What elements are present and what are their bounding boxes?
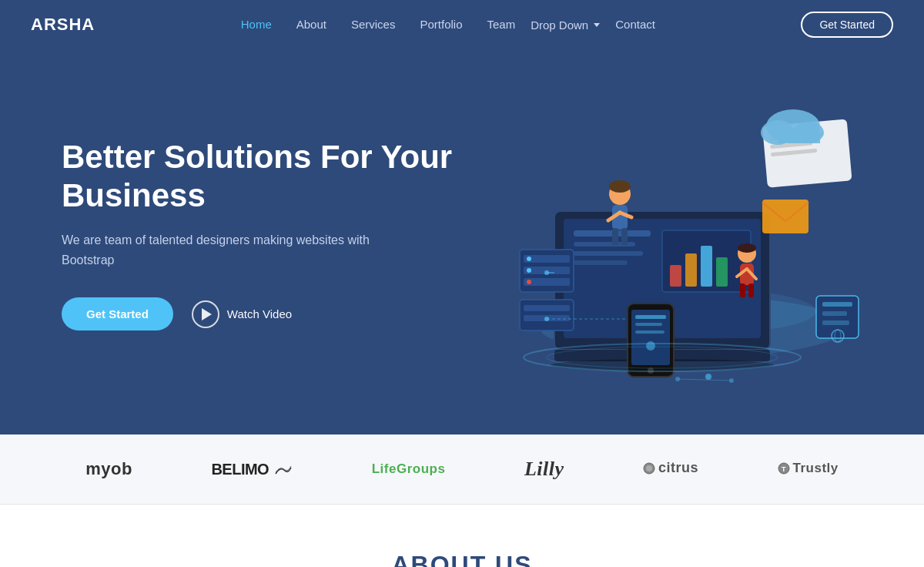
- logo-lilly: Lilly: [524, 458, 564, 481]
- play-circle-icon: [192, 300, 219, 328]
- svg-point-43: [544, 317, 549, 321]
- svg-rect-9: [670, 265, 681, 287]
- svg-rect-38: [635, 330, 665, 334]
- svg-point-44: [544, 270, 549, 275]
- logo-lifegroups: LifeGroups: [372, 461, 446, 477]
- hero-illustration: [462, 80, 878, 388]
- belimo-swoosh: [274, 465, 293, 475]
- chevron-down-icon: [594, 23, 600, 27]
- nav-dropdown[interactable]: Drop Down: [531, 0, 600, 49]
- nav-about[interactable]: About: [287, 13, 336, 35]
- logo-trustly: T Trustly: [778, 461, 839, 478]
- svg-point-28: [527, 268, 531, 273]
- svg-rect-51: [612, 228, 618, 245]
- svg-point-39: [646, 341, 655, 351]
- svg-rect-10: [685, 253, 697, 287]
- citrus-icon: [643, 462, 655, 475]
- svg-rect-7: [574, 260, 628, 265]
- svg-point-26: [527, 257, 531, 261]
- nav-links: Home About Services Portfolio Team Drop …: [232, 5, 665, 45]
- svg-line-48: [678, 379, 732, 381]
- nav-portfolio[interactable]: Portfolio: [410, 13, 471, 35]
- hero-subtitle: We are team of talented designers making…: [62, 230, 393, 270]
- svg-rect-22: [778, 133, 820, 143]
- svg-text:T: T: [782, 465, 786, 473]
- play-triangle-icon: [202, 308, 212, 320]
- hero-svg: [477, 80, 878, 388]
- hero-title: Better Solutions For Your Business: [62, 138, 462, 216]
- nav-team[interactable]: Team: [478, 13, 525, 35]
- logo-myob: myob: [85, 459, 132, 479]
- svg-rect-23: [762, 200, 808, 233]
- trustly-icon: T: [778, 462, 790, 475]
- nav-services[interactable]: Services: [342, 13, 405, 35]
- logo-belimo: BELIMO: [211, 461, 293, 478]
- hero-content: Better Solutions For Your Business We ar…: [62, 138, 462, 331]
- svg-point-45: [705, 374, 711, 380]
- svg-rect-67: [822, 311, 847, 316]
- about-title: ABOUT US: [46, 551, 878, 567]
- svg-point-30: [527, 280, 531, 284]
- navbar: ARSHA Home About Services Portfolio Team…: [0, 0, 924, 49]
- section-header: ABOUT US: [46, 551, 878, 567]
- svg-rect-32: [524, 305, 570, 311]
- hero-section: Better Solutions For Your Business We ar…: [0, 49, 924, 434]
- logos-strip: myob BELIMO LifeGroups Lilly citrus T Tr…: [0, 434, 924, 505]
- svg-rect-66: [822, 302, 852, 307]
- nav-contact[interactable]: Contact: [606, 13, 665, 35]
- svg-rect-52: [621, 228, 628, 245]
- about-section: ABOUT US Lorem ipsum dolor sit amet, con…: [0, 505, 924, 567]
- svg-point-72: [646, 465, 652, 471]
- svg-point-62: [738, 243, 756, 253]
- svg-rect-6: [574, 251, 643, 256]
- hero-cta-button[interactable]: Get Started: [62, 297, 173, 330]
- nav-home[interactable]: Home: [232, 13, 281, 35]
- logo-citrus: citrus: [643, 460, 698, 478]
- hero-buttons: Get Started Watch Video: [62, 297, 462, 330]
- svg-rect-68: [822, 320, 849, 325]
- svg-rect-59: [748, 284, 754, 297]
- svg-rect-58: [740, 284, 745, 297]
- svg-point-55: [609, 180, 631, 193]
- nav-cta-button[interactable]: Get Started: [801, 12, 893, 38]
- site-logo: ARSHA: [31, 15, 95, 35]
- svg-rect-36: [635, 315, 666, 319]
- watch-video-button[interactable]: Watch Video: [192, 300, 292, 328]
- svg-rect-12: [716, 257, 728, 287]
- svg-rect-37: [635, 323, 662, 326]
- svg-rect-11: [701, 246, 712, 287]
